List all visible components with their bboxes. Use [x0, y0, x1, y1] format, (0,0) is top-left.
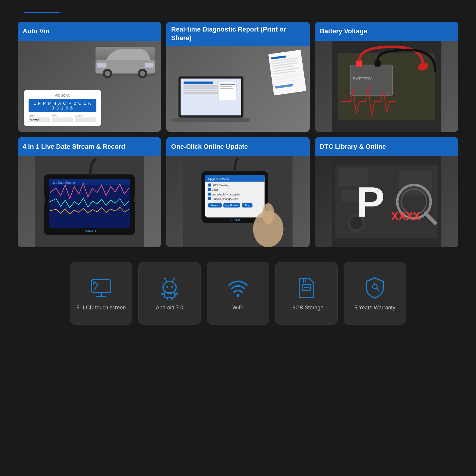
feature-image-auto-vin: ··· VIN SCAN ··· L F P M 4 A C P 2 C 1 A…	[18, 41, 161, 132]
feature-card-update: One-Click Online Update Upgrade software…	[166, 137, 309, 247]
feature-card-battery: Battery Voltage BATTERY	[315, 22, 458, 132]
svg-rect-45	[134, 196, 136, 202]
svg-point-68	[262, 203, 275, 224]
storage-label: 16GB Storage	[289, 305, 323, 311]
feature-card-stream: 4 In 1 Live Date Stream & Record Live Da…	[18, 137, 161, 247]
printer-paper	[268, 50, 306, 97]
bottom-features: 5" LCD touch screen	[18, 262, 458, 325]
feature-card-diagnostic: Real-time Diagnostic Report (Print or Sh…	[166, 22, 309, 132]
lcd-label: 5" LCD touch screen	[76, 305, 126, 311]
feature-label-stream: 4 In 1 Live Date Stream & Record	[18, 137, 161, 156]
svg-text:nuCAR: nuCAR	[85, 229, 96, 233]
svg-rect-10	[184, 82, 213, 84]
svg-rect-6	[97, 63, 106, 68]
laptop-illustration	[172, 73, 262, 132]
svg-point-94	[173, 278, 175, 279]
feature-icon-card-android: Android 7.0	[138, 262, 201, 325]
scanner-illustration: Live Data Stream nuCAR	[18, 156, 161, 247]
warranty-label: 5 Years Warranty	[354, 305, 395, 311]
svg-text:Stop: Stop	[245, 204, 250, 207]
feature-image-stream: Live Data Stream nuCAR	[18, 156, 161, 247]
svg-point-90	[171, 286, 173, 288]
vin-scan-title: ··· VIN SCAN ···	[29, 94, 96, 97]
features-grid: Auto Vin ···	[18, 22, 458, 247]
svg-rect-56	[208, 192, 211, 195]
feature-label-battery: Battery Voltage	[315, 22, 458, 41]
feature-card-dtc: DTC Library & Online P XXXX	[315, 137, 458, 247]
svg-rect-52	[208, 184, 211, 187]
svg-rect-18	[220, 88, 233, 89]
dtc-illustration: P XXXX	[315, 156, 458, 247]
svg-rect-19	[172, 118, 250, 122]
feature-icon-card-warranty: 5 Years Warranty	[344, 262, 406, 325]
svg-rect-20	[268, 50, 306, 95]
feature-icon-card-storage: 16GB Storage	[275, 262, 338, 325]
svg-text:nuCAR: nuCAR	[230, 219, 240, 222]
feature-label-auto-vin: Auto Vin	[18, 22, 161, 41]
vin-year: Year	[52, 115, 73, 122]
svg-rect-16	[220, 84, 235, 85]
svg-text:P: P	[356, 178, 384, 226]
update-illustration: Upgrade software ABS Bleeding Audi BMW/R…	[166, 156, 309, 247]
feature-label-dtc: DTC Library & Online	[315, 137, 458, 156]
feature-card-auto-vin: Auto Vin ···	[18, 22, 161, 132]
warranty-icon	[363, 276, 387, 300]
feature-image-battery: BATTERY	[315, 41, 458, 132]
svg-rect-58	[208, 197, 211, 200]
svg-rect-7	[145, 63, 154, 68]
svg-text:Audi: Audi	[212, 188, 218, 191]
svg-text:ABS Bleeding: ABS Bleeding	[212, 184, 229, 187]
svg-text:Upgrade software: Upgrade software	[208, 178, 230, 181]
svg-line-84	[95, 284, 98, 290]
feature-label-update: One-Click Online Update	[166, 137, 309, 156]
wifi-label: WIFI	[232, 305, 244, 311]
svg-rect-54	[208, 188, 211, 191]
feature-image-dtc: P XXXX	[315, 156, 458, 247]
feature-label-diagnostic: Real-time Diagnostic Report (Print or Sh…	[166, 22, 309, 46]
wifi-icon	[226, 276, 250, 300]
svg-rect-17	[220, 86, 232, 87]
feature-icon-card-wifi: WIFI	[207, 262, 269, 325]
battery-illustration: BATTERY	[315, 41, 458, 132]
vin-make: Make Mazda	[29, 115, 50, 122]
svg-line-107	[377, 288, 379, 291]
svg-rect-41	[49, 179, 130, 228]
svg-point-88	[163, 281, 176, 293]
android-icon	[158, 276, 181, 300]
svg-text:App Update: App Update	[225, 204, 238, 207]
svg-point-93	[164, 278, 166, 279]
svg-text:Chrysler/Dodge/Jeep: Chrysler/Dodge/Jeep	[212, 198, 238, 201]
svg-text:BMW/Rolls Royce/Mini: BMW/Rolls Royce/Mini	[212, 193, 240, 196]
storage-icon	[295, 276, 318, 300]
feature-icon-card-lcd: 5" LCD touch screen	[70, 262, 132, 325]
vin-fields: Make Mazda Year Model	[29, 115, 96, 122]
svg-text:XXXX: XXXX	[391, 210, 420, 222]
svg-point-100	[237, 294, 239, 297]
svg-text:BATTERY: BATTERY	[353, 76, 372, 81]
svg-point-89	[166, 286, 168, 288]
svg-text:Live Data Stream: Live Data Stream	[51, 181, 75, 184]
svg-rect-44	[43, 196, 45, 205]
vin-model: Model	[75, 115, 96, 122]
car-illustration	[93, 45, 158, 78]
screen-icon	[89, 276, 113, 300]
feature-image-update: Upgrade software ABS Bleeding Audi BMW/R…	[166, 156, 309, 247]
accent-line	[24, 12, 60, 13]
android-label: Android 7.0	[156, 305, 183, 311]
vin-scan-box: ··· VIN SCAN ··· L F P M 4 A C P 2 C 1 A…	[24, 90, 101, 126]
vin-number: L F P M 4 A C P 2 C 1 A 3 3 1 6 6	[29, 99, 96, 112]
svg-text:Refresh: Refresh	[211, 204, 219, 207]
svg-point-5	[140, 71, 145, 76]
svg-point-3	[105, 71, 110, 76]
feature-image-diagnostic	[166, 46, 309, 132]
